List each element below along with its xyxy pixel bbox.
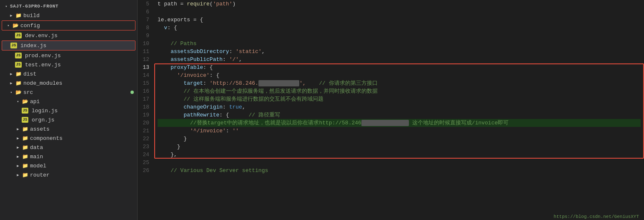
src-badge [130,91,134,94]
chevron-api-icon: ▾ [15,99,21,104]
code-line-13: proxyTable: { [158,63,641,71]
footer-url: https://blog.csdn.net/GeniusXYT [549,213,644,220]
js-icon: JS [15,33,22,38]
footer-url-text: https://blog.csdn.net/GeniusXYT [554,214,639,219]
folder-node-modules-icon: 📁 [15,80,22,86]
js-icon-login: JS [22,108,28,114]
chevron-node-modules-icon: ▶ [8,80,14,86]
sidebar-item-data[interactable]: ▶ 📁 data [0,143,137,152]
code-editor[interactable]: 5 6 7 8 9 10 11 12 13 14 15 16 17 18 19 … [138,0,644,220]
chevron-main-icon: ▶ [15,154,21,159]
folder-main-icon: 📁 [22,153,28,160]
sidebar-item-model[interactable]: ▶ 📁 model [0,161,137,170]
code-line-21: '^/invoice': '' [158,127,641,135]
sidebar-item-dev-env[interactable]: JS dev.env.js [0,31,137,40]
folder-data-icon: 📁 [22,144,28,151]
chevron-router-icon: ▶ [15,172,21,178]
code-line-24: }, [158,151,641,159]
folder-components-icon: 📁 [22,135,28,142]
folder-dist-icon: 📁 [15,71,22,77]
sidebar-item-test-env[interactable]: JS test.env.js [0,60,137,69]
api-label: api [30,99,40,105]
chevron-build-icon: ▶ [8,13,14,18]
sidebar-item-node-modules[interactable]: ▶ 📁 node_modules [0,78,137,88]
orgn-js-label: orgn.js [32,117,55,123]
js-icon-prod: JS [15,53,22,58]
assets-label: assets [30,126,50,132]
code-line-18: changeOrigin: true, [158,103,641,111]
code-line-9 [158,32,641,40]
router-label: router [30,172,50,178]
code-line-14: '/invoice': { [158,71,641,79]
code-line-11: assetsSubDirectory: 'static', [158,48,641,56]
chevron-src-icon: ▾ [8,89,14,95]
prod-env-label: prod.env.js [25,53,61,59]
sidebar-item-src[interactable]: ▾ 📂 src [0,88,137,97]
dist-label: dist [23,71,36,77]
code-line-8: v: { [158,24,641,32]
folder-open-icon: 📂 [12,22,19,29]
chevron-icon: ▾ [3,3,9,9]
folder-model-icon: 📁 [22,162,28,169]
js-icon-index: JS [10,43,17,48]
model-label: model [30,163,46,169]
js-icon-test: JS [15,62,22,68]
sidebar-item-login-js[interactable]: JS login.js [0,106,137,115]
chevron-components-icon: ▶ [15,135,21,141]
code-line-15: target: 'http://58.246.████████', // 你请求… [158,79,641,87]
build-label: build [23,13,40,19]
login-js-label: login.js [32,108,58,114]
dev-env-label: dev.env.js [25,33,58,39]
code-line-5: t path = require('path') [158,0,641,8]
code-line-7: le.exports = { [158,16,641,24]
sidebar-item-build[interactable]: ▶ 📁 build [0,11,137,20]
folder-assets-icon: 📁 [22,126,28,132]
code-line-16: // 在本地会创建一个虚拟服务端，然后发送请求的数据，并同时接收请求的数据 [158,87,641,95]
code-line-20: //替换target中的请求地址，也就是说以后你在请求http://58.246… [158,119,641,127]
folder-src-icon: 📂 [15,89,22,96]
folder-icon: 📁 [15,12,22,19]
sidebar-item-assets[interactable]: ▶ 📁 assets [0,124,137,134]
data-label: data [30,144,43,151]
sidebar-item-api[interactable]: ▾ 📂 api [0,97,137,106]
sidebar-item-components[interactable]: ▶ 📁 components [0,134,137,143]
test-env-label: test.env.js [25,62,61,68]
code-line-19: pathRewrite: { // 路径重写 [158,111,641,119]
code-line-22: } [158,135,641,143]
sidebar-item-config[interactable]: ▾ 📂 config [2,21,135,30]
root-folder-label: SAJT-G3PRO-FRONT [10,4,58,9]
folder-router-icon: 📁 [22,172,28,178]
config-folder-highlight: ▾ 📂 config [2,20,135,30]
code-line-12: assetsPublicPath: '/', [158,56,641,63]
main-label: main [30,154,43,160]
sidebar-item-main[interactable]: ▶ 📁 main [0,152,137,161]
js-icon-orgn: JS [22,117,28,123]
chevron-model-icon: ▶ [15,163,21,169]
code-line-10: // Paths [158,40,641,48]
code-line-26: // Various Dev Server settings [158,167,641,174]
code-line-25 [158,159,641,167]
sidebar-item-dist[interactable]: ▶ 📁 dist [0,69,137,78]
chevron-data-icon: ▶ [15,144,21,150]
components-label: components [30,135,63,142]
chevron-config-icon: ▾ [5,23,11,28]
code-area: 5 6 7 8 9 10 11 12 13 14 15 16 17 18 19 … [138,0,644,220]
sidebar-item-orgn-js[interactable]: JS orgn.js [0,115,137,124]
node-modules-label: node_modules [23,80,63,86]
code-line-6 [158,8,641,16]
line-numbers: 5 6 7 8 9 10 11 12 13 14 15 16 17 18 19 … [138,0,154,220]
code-lines: t path = require('path') le.exports = { … [154,0,644,220]
chevron-dist-icon: ▶ [8,71,14,77]
chevron-assets-icon: ▶ [15,126,21,132]
code-line-17: // 这样服务端和服务端进行数据的交互就不会有跨域问题 [158,95,641,103]
sidebar-item-index-js[interactable]: JS index.js [2,41,135,50]
sidebar-item-router[interactable]: ▶ 📁 router [0,170,137,180]
folder-api-icon: 📂 [22,98,28,105]
code-line-23: } [158,143,641,151]
src-label: src [23,89,33,96]
file-explorer[interactable]: ▾ SAJT-G3PRO-FRONT ▶ 📁 build ▾ 📂 config … [0,0,138,220]
index-file-highlight: JS index.js [2,40,135,51]
config-label: config [20,23,40,29]
root-label: ▾ SAJT-G3PRO-FRONT [0,2,137,11]
sidebar-item-prod-env[interactable]: JS prod.env.js [0,51,137,60]
